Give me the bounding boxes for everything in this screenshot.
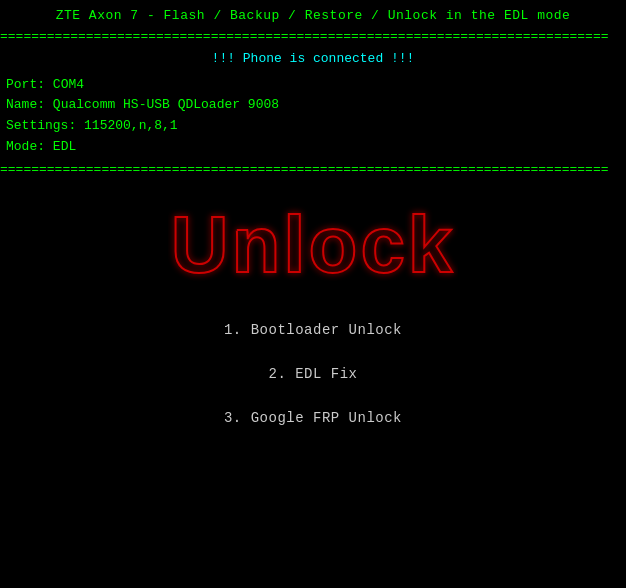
menu-number-2: 2. <box>268 366 295 382</box>
settings-value: 115200,n,8,1 <box>84 118 178 133</box>
menu-item-1[interactable]: 1. Bootloader Unlock <box>0 322 626 338</box>
mode-label: Mode: <box>6 139 45 154</box>
divider-bottom: ========================================… <box>0 162 626 178</box>
settings-label: Settings: <box>6 118 76 133</box>
menu-label-3: Google FRP Unlock <box>251 410 402 426</box>
svg-text:Unlock: Unlock <box>171 200 456 287</box>
title-bar: ZTE Axon 7 - Flash / Backup / Restore / … <box>0 0 626 29</box>
device-info-section: Port: COM4 Name: Qualcomm HS-USB QDLoade… <box>0 71 626 162</box>
mode-value: EDL <box>53 139 76 154</box>
mode-line: Mode: EDL <box>6 137 620 158</box>
menu-section: 1. Bootloader Unlock 2. EDL Fix 3. Googl… <box>0 322 626 426</box>
menu-number-1: 1. <box>224 322 251 338</box>
port-value: COM4 <box>53 77 84 92</box>
name-label: Name: <box>6 97 45 112</box>
menu-label-1: Bootloader Unlock <box>251 322 402 338</box>
connected-message: !!! Phone is connected !!! <box>212 51 415 66</box>
connected-banner: !!! Phone is connected !!! <box>0 45 626 71</box>
title-text: ZTE Axon 7 - Flash / Backup / Restore / … <box>56 8 571 23</box>
menu-label-2: EDL Fix <box>295 366 357 382</box>
name-value: Qualcomm HS-USB QDLoader 9008 <box>53 97 279 112</box>
port-line: Port: COM4 <box>6 75 620 96</box>
divider-top: ========================================… <box>0 29 626 45</box>
menu-item-2[interactable]: 2. EDL Fix <box>0 366 626 382</box>
unlock-logo: Unlock <box>0 197 626 292</box>
name-line: Name: Qualcomm HS-USB QDLoader 9008 <box>6 95 620 116</box>
unlock-svg: Unlock <box>168 197 458 287</box>
menu-item-3[interactable]: 3. Google FRP Unlock <box>0 410 626 426</box>
settings-line: Settings: 115200,n,8,1 <box>6 116 620 137</box>
main-screen: ZTE Axon 7 - Flash / Backup / Restore / … <box>0 0 626 588</box>
menu-number-3: 3. <box>224 410 251 426</box>
port-label: Port: <box>6 77 45 92</box>
